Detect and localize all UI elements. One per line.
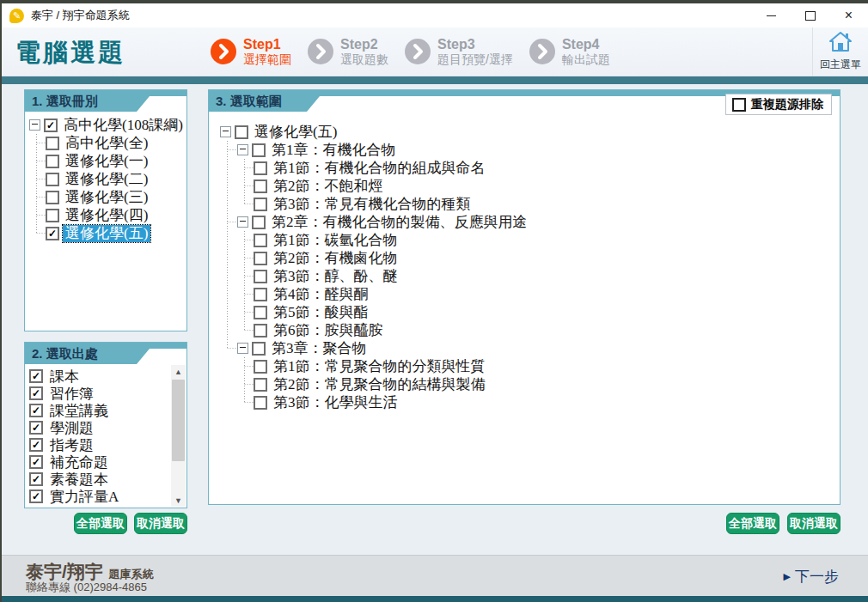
tree-row: 第1節：有機化合物的組成與命名 — [219, 159, 838, 177]
tree-item-label[interactable]: 第1節：常見聚合物的分類與性質 — [271, 358, 488, 375]
tree-item-label[interactable]: 第2節：不飽和烴 — [271, 178, 386, 195]
tree-row: 第3節：化學與生活 — [219, 393, 838, 411]
tree-item-checkbox[interactable] — [252, 143, 266, 157]
tree-item-label[interactable]: 第4節：醛與酮 — [271, 286, 371, 303]
collapse-expander-icon[interactable] — [220, 126, 231, 137]
tree-item-checkbox[interactable] — [235, 125, 248, 139]
tree-item-label[interactable]: 選修化學(一) — [63, 153, 150, 170]
tree-item-checkbox[interactable] — [254, 360, 267, 374]
tree-item-label[interactable]: 第1章：有機化合物 — [269, 142, 399, 159]
tree-item-label[interactable]: 第1節：碳氫化合物 — [271, 232, 400, 249]
tree-item-label[interactable]: 選修化學(四) — [63, 207, 150, 224]
tree-item-label[interactable]: 第1節：有機化合物的組成與命名 — [271, 160, 488, 177]
source-item-checkbox[interactable]: ✓ — [29, 404, 43, 417]
tree-connector — [219, 159, 236, 177]
duplicate-source-exclude-checkbox[interactable] — [732, 98, 746, 112]
step-3-number: Step3 — [437, 37, 513, 52]
tree-row: ✓選修化學(五) — [28, 224, 185, 242]
collapse-expander-icon[interactable] — [237, 216, 248, 228]
tree-connector — [219, 321, 236, 339]
step-2-label: 選取題數 — [340, 52, 388, 66]
tree-item-checkbox[interactable] — [46, 173, 59, 186]
tree-item-checkbox[interactable] — [254, 378, 267, 392]
source-item-checkbox[interactable]: ✓ — [29, 455, 43, 469]
tree-item-checkbox[interactable] — [46, 137, 59, 150]
source-item-checkbox[interactable]: ✓ — [29, 472, 43, 486]
tree-item-checkbox[interactable] — [46, 191, 59, 204]
tree-row: 第2章：有機化合物的製備、反應與用途 — [219, 213, 838, 231]
source-item-checkbox[interactable]: ✓ — [29, 490, 43, 503]
maximize-button[interactable] — [791, 3, 829, 27]
tree-item-checkbox[interactable] — [46, 155, 59, 168]
source-item-checkbox[interactable]: ✓ — [29, 438, 43, 452]
tree-row: 選修化學(二) — [28, 170, 185, 188]
tree-connector — [236, 393, 254, 411]
app-icon: ✎ — [9, 9, 24, 23]
source-list-scrollbar[interactable]: ▲ ▼ — [171, 365, 186, 507]
tree-item-checkbox[interactable]: ✓ — [44, 119, 58, 132]
tree-item-checkbox[interactable] — [254, 288, 267, 301]
tree-item-checkbox[interactable] — [254, 270, 267, 283]
tree-item-label[interactable]: 選修化學(五) — [252, 124, 339, 141]
tree-item-checkbox[interactable]: ✓ — [46, 227, 59, 240]
tree-item-label[interactable]: 第2節：有機鹵化物 — [271, 250, 400, 267]
tree-item-checkbox[interactable] — [252, 342, 266, 356]
step-1: Step1 選擇範圍 — [211, 37, 291, 66]
next-step-button[interactable]: ▶ 下一步 — [784, 567, 839, 587]
tree-item-label[interactable]: 第3節：化學與生活 — [271, 394, 400, 411]
tree-item-label[interactable]: 選修化學(二) — [63, 171, 150, 188]
scrollbar-thumb[interactable] — [172, 380, 185, 461]
tree-item-label[interactable]: 第3節：常見有機化合物的種類 — [271, 196, 474, 213]
tree-item-checkbox[interactable] — [254, 198, 267, 211]
tree-item-label[interactable]: 高中化學(108課綱) — [61, 117, 186, 134]
step-2-number: Step2 — [340, 37, 388, 52]
tree-item-checkbox[interactable] — [254, 252, 267, 265]
tree-item-label[interactable]: 選修化學(五) — [63, 225, 150, 242]
minimize-button[interactable] — [752, 3, 791, 27]
range-select-all-button[interactable]: 全部選取 — [726, 513, 779, 534]
source-item-label[interactable]: 實力評量A — [46, 487, 119, 507]
tree-item-checkbox[interactable] — [254, 396, 267, 410]
tree-item-checkbox[interactable] — [254, 179, 267, 193]
tree-item-label[interactable]: 第3章：聚合物 — [269, 340, 370, 357]
step-4-arrow-icon — [529, 39, 555, 64]
tree-row: ✓高中化學(108課綱) — [28, 116, 185, 134]
scroll-up-icon[interactable]: ▲ — [171, 365, 186, 378]
collapse-expander-icon[interactable] — [237, 343, 248, 354]
tree-item-checkbox[interactable] — [254, 306, 267, 319]
tree-item-label[interactable]: 第6節：胺與醯胺 — [271, 322, 386, 339]
tree-row: 第3節：醇、酚、醚 — [219, 267, 838, 285]
tree-item-checkbox[interactable] — [252, 216, 266, 229]
step-4-number: Step4 — [562, 37, 610, 52]
source-item-checkbox[interactable]: ✓ — [29, 421, 43, 435]
tree-item-label[interactable]: 第5節：酸與酯 — [271, 304, 371, 321]
tree-item-checkbox[interactable] — [254, 161, 267, 175]
range-deselect-button[interactable]: 取消選取 — [787, 513, 840, 534]
source-list-item: ✓習作簿 — [29, 385, 186, 402]
tree-row: 第1節：常見聚合物的分類與性質 — [219, 357, 838, 375]
tree-item-checkbox[interactable] — [46, 209, 59, 222]
brand-name: 泰宇/翔宇 — [26, 562, 103, 581]
tree-item-label[interactable]: 選修化學(三) — [63, 189, 150, 206]
tree-item-checkbox[interactable] — [254, 234, 267, 247]
tree-connector — [236, 231, 254, 249]
window-title: 泰宇 / 翔宇命題系統 — [31, 8, 130, 23]
tree-connector — [219, 249, 236, 267]
source-item-checkbox[interactable]: ✓ — [29, 386, 43, 400]
tree-item-label[interactable]: 第3節：醇、酚、醚 — [271, 268, 400, 285]
book-tree: ✓高中化學(108課綱)高中化學(全)選修化學(一)選修化學(二)選修化學(三)… — [25, 112, 186, 242]
tree-item-label[interactable]: 高中化學(全) — [63, 135, 150, 152]
home-button[interactable]: 回主選單 — [812, 27, 868, 76]
tree-item-label[interactable]: 第2章：有機化合物的製備、反應與用途 — [269, 214, 530, 231]
collapse-expander-icon[interactable] — [29, 119, 40, 131]
close-button[interactable]: × — [829, 3, 868, 27]
duplicate-source-exclude[interactable]: 重複題源排除 — [725, 94, 832, 115]
scroll-down-icon[interactable]: ▼ — [171, 494, 186, 507]
collapse-expander-icon[interactable] — [237, 144, 248, 155]
tree-item-checkbox[interactable] — [254, 324, 267, 337]
tree-item-label[interactable]: 第2節：常見聚合物的結構與製備 — [271, 376, 488, 393]
source-select-all-button[interactable]: 全部選取 — [74, 513, 127, 534]
source-item-checkbox[interactable]: ✓ — [29, 369, 43, 383]
source-deselect-button[interactable]: 取消選取 — [134, 513, 187, 534]
divider-strip — [2, 76, 868, 84]
